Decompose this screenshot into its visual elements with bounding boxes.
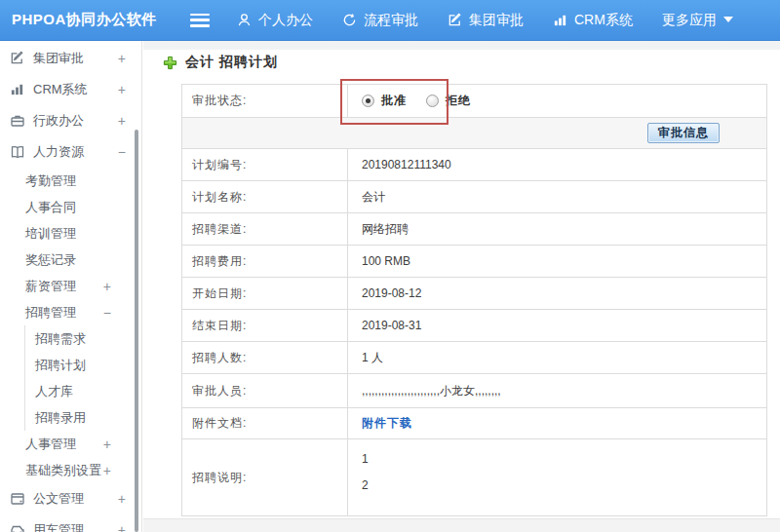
sidebar-item-label: 人才库 (35, 383, 73, 400)
top-nav: 个人办公流程审批集团审批CRM系统更多应用 (237, 12, 733, 29)
briefcase-icon (10, 113, 26, 130)
sidebar-item-group-approval[interactable]: 集团审批+ (0, 43, 141, 74)
sidebar-item-salary-mgmt[interactable]: 薪资管理+ (0, 273, 141, 299)
field-label: 招聘说明: (182, 439, 348, 515)
expand-icon[interactable]: + (118, 51, 126, 66)
nav-item-label: 集团审批 (469, 12, 524, 29)
page-title: 会计 招聘计划 (185, 54, 278, 71)
sidebar-item-personnel-mgmt[interactable]: 人事管理+ (0, 431, 141, 457)
approval-info-button[interactable]: 审批信息 (647, 123, 720, 143)
user-icon (237, 13, 252, 27)
collapse-icon[interactable]: − (118, 144, 126, 160)
sidebar-item-admin-office[interactable]: 行政办公+ (0, 105, 141, 136)
expand-icon[interactable]: + (103, 279, 111, 294)
sidebar-item-label: 行政办公 (33, 112, 84, 130)
sidebar-item-label: 招聘管理 (25, 304, 76, 322)
edit-icon (10, 51, 26, 67)
nav-item-more-apps[interactable]: 更多应用 (662, 12, 733, 29)
field-value-approvers: ,,,,,,,,,,,,,,,,,,,,,,,,小龙女,,,,,,,, (348, 374, 766, 407)
row-start-date: 开始日期:2019-08-12 (182, 278, 766, 310)
nav-item-personal-office[interactable]: 个人办公 (237, 12, 313, 29)
nav-item-group-approval[interactable]: 集团审批 (448, 12, 524, 29)
radio-approve[interactable]: 批准 (362, 93, 407, 109)
field-value-end-date: 2019-08-31 (348, 310, 766, 341)
topbar: PHPOA协同办公软件 个人办公流程审批集团审批CRM系统更多应用 (0, 0, 780, 41)
sidebar-item-hr-contract[interactable]: 人事合同 (0, 194, 141, 220)
row-approval-status: 审批状态: 批准 拒绝 (182, 85, 766, 118)
expand-icon[interactable]: + (118, 491, 126, 507)
expand-icon[interactable]: + (118, 113, 126, 129)
description-line: 2 (362, 478, 369, 492)
sidebar: 集团审批+CRM系统+行政办公+人力资源−考勤管理人事合同培训管理奖惩记录薪资管… (0, 41, 142, 532)
field-label: 计划名称: (182, 181, 348, 212)
menu-icon[interactable] (190, 14, 210, 27)
expand-icon[interactable]: + (118, 82, 126, 97)
field-value-plan-number: 20190812111340 (348, 149, 766, 180)
content-top-band (143, 41, 780, 50)
sidebar-item-base-category-setting[interactable]: 基础类别设置+ (0, 457, 141, 483)
nav-item-label: CRM系统 (574, 12, 633, 29)
sidebar-item-label: 薪资管理 (25, 278, 76, 295)
sidebar-item-training-mgmt[interactable]: 培训管理 (0, 220, 141, 247)
sidebar-item-crm-system[interactable]: CRM系统+ (0, 74, 141, 105)
attachment-download-link[interactable]: 附件下载 (362, 415, 412, 432)
field-value-recruit-cost: 100 RMB (348, 246, 766, 277)
sidebar-item-talent-pool[interactable]: 人才库 (0, 378, 141, 404)
row-approval-action: 审批信息 (182, 118, 766, 149)
expand-icon[interactable]: + (103, 437, 111, 452)
caret-down-icon (723, 17, 733, 23)
field-label: 开始日期: (182, 278, 348, 309)
row-recruit-count: 招聘人数:1 人 (182, 342, 766, 374)
sidebar-item-label: 培训管理 (25, 225, 76, 243)
content-bottom-strip (143, 518, 780, 532)
page-title-row: 会计 招聘计划 (163, 54, 278, 71)
sidebar-item-document-mgmt[interactable]: 公文管理+ (0, 483, 141, 514)
radio-reject-icon[interactable] (426, 95, 439, 107)
row-plan-name: 计划名称:会计 (182, 181, 766, 213)
field-label: 招聘费用: (182, 246, 348, 277)
collapse-icon[interactable]: − (103, 305, 111, 321)
expand-icon[interactable]: + (103, 463, 111, 478)
row-recruit-cost: 招聘费用:100 RMB (182, 246, 766, 278)
sidebar-item-label: 人力资源 (33, 143, 84, 161)
add-icon[interactable] (163, 56, 177, 70)
sidebar-item-recruitment-mgmt[interactable]: 招聘管理− (0, 299, 141, 325)
field-value-recruit-channel: 网络招聘 (348, 213, 766, 245)
sidebar-item-reward-record[interactable]: 奖惩记录 (0, 247, 141, 273)
field-label: 附件文档: (182, 408, 348, 438)
field-label: 审批状态: (182, 85, 348, 117)
description-line: 1 (362, 452, 369, 466)
nav-item-workflow-approval[interactable]: 流程审批 (342, 12, 418, 29)
nav-item-label: 个人办公 (258, 12, 313, 29)
edit-icon (448, 13, 462, 27)
sidebar-item-label: 奖惩记录 (25, 251, 76, 269)
sidebar-item-label: 基础类别设置 (25, 462, 101, 479)
nav-item-crm-system[interactable]: CRM系统 (553, 12, 633, 29)
sidebar-item-attendance-mgmt[interactable]: 考勤管理 (0, 168, 141, 194)
row-approvers: 审批人员:,,,,,,,,,,,,,,,,,,,,,,,,小龙女,,,,,,,, (182, 374, 766, 408)
expand-icon[interactable]: + (118, 522, 126, 532)
row-end-date: 结束日期:2019-08-31 (182, 310, 766, 342)
chart-icon (10, 82, 26, 98)
sidebar-item-vehicle-mgmt[interactable]: 用车管理+ (0, 514, 141, 532)
chart-icon (553, 13, 567, 27)
app-title: PHPOA协同办公软件 (0, 11, 190, 29)
nav-item-label: 流程审批 (364, 12, 418, 29)
sidebar-item-label: 集团审批 (33, 50, 84, 67)
process-icon (342, 13, 357, 27)
sidebar-item-recruit-plan[interactable]: 招聘计划 (0, 352, 141, 378)
row-recruit-channel: 招聘渠道:网络招聘 (182, 213, 766, 246)
sidebar-scrollbar[interactable] (135, 130, 138, 532)
field-value-recruit-count: 1 人 (348, 342, 766, 373)
radio-approve-icon[interactable] (362, 95, 374, 107)
field-label: 招聘渠道: (182, 213, 348, 245)
field-label: 审批人员: (182, 374, 348, 407)
sidebar-item-human-resources[interactable]: 人力资源− (0, 136, 141, 168)
radio-approve-label: 批准 (381, 93, 407, 109)
sidebar-item-label: 公文管理 (33, 490, 84, 508)
sidebar-item-label: 人事管理 (25, 436, 76, 453)
sidebar-item-recruit-demand[interactable]: 招聘需求 (0, 325, 141, 352)
field-value-recruit-description: 12 (348, 439, 766, 515)
sidebar-item-recruit-hire[interactable]: 招聘录用 (0, 404, 141, 431)
radio-reject[interactable]: 拒绝 (426, 93, 471, 109)
